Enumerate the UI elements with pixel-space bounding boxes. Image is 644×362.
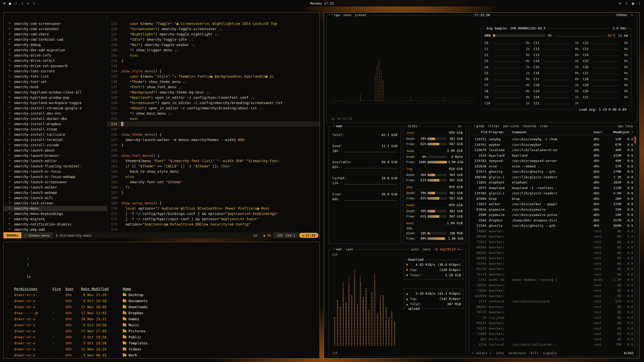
file-list-item[interactable]: * omarchy-menu-keybindings (4, 211, 107, 216)
filter-button[interactable]: filter (488, 124, 500, 128)
process-row[interactable]: 110670 localsea /usr/lib/localsearch-ex … (471, 147, 633, 153)
tree-toggle[interactable]: tree (540, 124, 548, 128)
process-row[interactable]: 1916 Hyprland Hyprland dhh 423M 0.0 (471, 153, 633, 158)
code-line[interactable]: 167 } (107, 190, 319, 195)
process-row[interactable]: 2544 dropbox /home/dhh/.dropbox-dist dhh… (471, 218, 633, 223)
process-scrollbar[interactable] (634, 137, 636, 349)
file-list-item[interactable]: * omarchy-cmd-share (4, 32, 107, 37)
file-list-item[interactable]: * omarchy-install-terminal (4, 137, 107, 143)
process-row[interactable]: 63816 pipewire /usr/bin/pipewire dhh 25M… (471, 207, 633, 212)
file-list-item[interactable]: * omarchy-launch-about (4, 148, 107, 153)
rate-increase-button[interactable]: + (631, 13, 633, 17)
process-row[interactable]: 74733 kworker/ root 0B 0.0 (471, 272, 633, 277)
code-line[interactable]: 168 (107, 195, 319, 201)
code-line[interactable]: 141 esac (107, 53, 319, 58)
code-line[interactable]: 166 fi (107, 185, 319, 190)
file-list-item[interactable]: * omarchy-install-vscode (4, 143, 107, 148)
process-row[interactable]: 68586 kworker/ root 0B 0.0 (471, 245, 633, 250)
preset-button[interactable]: preset (355, 13, 367, 17)
file-list-item[interactable]: * omarchy-launch-or-focus-webapp (4, 174, 107, 179)
file-list-item[interactable]: * omarchy-hyprland-workspace-toggle (4, 100, 107, 106)
file-list-item[interactable]: * omarchy-pkg-add (4, 227, 107, 232)
file-list-item[interactable]: * omarchy-drive-select (4, 58, 107, 63)
file-list-item[interactable]: * omarchy-cmd-terminal-cwd (4, 37, 107, 42)
code-line[interactable]: 137 *Nightlight*) omarchy-toggle-nightli… (107, 32, 319, 37)
code-line[interactable]: 171 [ -f ~/.config/hypr/bindings.conf ] … (107, 211, 319, 216)
file-list-item[interactable]: * omarchy-launch-browser (4, 153, 107, 158)
code-line[interactable]: 164 else (107, 174, 319, 179)
code-line[interactable]: 146 *Theme*) show_theme_menu ;; (107, 79, 319, 84)
file-list-item[interactable]: * omarchy-install-tailscale (4, 132, 107, 137)
code-buffer[interactable]: 135 case $(menu "Toggle" "▣ Screensaver\… (107, 13, 319, 232)
file-list-item[interactable]: * omarchy-launch-wifi (4, 195, 107, 201)
file-list-item[interactable]: * omarchy-launch-editor (4, 158, 107, 164)
bluetooth-icon[interactable]: ᛒ (626, 2, 628, 5)
code-line[interactable]: 144 show_style_menu() { (107, 69, 319, 74)
col-user[interactable]: User: (593, 129, 607, 135)
file-list-item[interactable]: * omarchy-cmd-screenshot (4, 26, 107, 32)
code-line[interactable]: 165 omarchy-font-set "$theme" (107, 179, 319, 185)
menu-button[interactable]: menu (343, 13, 351, 17)
process-row[interactable]: 16 rcu_pree root 0B 0.0 (471, 315, 633, 321)
code-line[interactable]: 147 *Font*) show_font_menu ;; (107, 84, 319, 90)
file-list-item[interactable]: * omarchy-launch-floating-terminal- (4, 164, 107, 169)
col-pid[interactable]: Pid: (471, 129, 489, 135)
file-list-item[interactable]: * omarchy-migrate (4, 216, 107, 222)
col-mem[interactable]: MemB (607, 129, 621, 135)
workspace-button[interactable]: ■ (9, 2, 11, 5)
per-core-toggle[interactable]: per-core (503, 124, 519, 128)
select-hint[interactable]: ↑ select ↓ (472, 351, 491, 356)
process-row[interactable]: 110783 swayosd- /usr/bin/swayosd-server … (471, 158, 633, 164)
code-line[interactable]: 158 } (107, 143, 319, 148)
code-line[interactable]: 162 if [[ "$theme" == "CNCLD" || -z "$th… (107, 164, 319, 169)
workspace-button[interactable]: 5 (33, 2, 35, 5)
sync-button[interactable]: sync (345, 247, 353, 251)
file-list-item[interactable]: * omarchy-notification-dismiss (4, 222, 107, 227)
process-row[interactable]: 71835 elephant elephant dhh 385M 0.0 (471, 180, 633, 185)
process-row[interactable]: 68402 kworker/ root 0B 0.0 (471, 304, 633, 310)
file-list-item[interactable]: * omarchy-install-dev-env (4, 111, 107, 116)
io-tab[interactable]: io (457, 124, 461, 128)
btop-window[interactable]: ¹ cpu menu preset 17:33:28 - 2000ms + (324, 12, 640, 358)
code-line[interactable]: 150 *Screensaver*) open_in_editor ~/.con… (107, 100, 319, 106)
process-row[interactable]: 1275 containe /usr/bin/containerd root 5… (471, 299, 633, 304)
process-row[interactable]: 94540 kworker/ root 0B 0.0 (471, 234, 633, 239)
col-cpu[interactable]: Cpu% ↑ (621, 129, 633, 135)
code-line[interactable]: 138 *Idle*) omarchy-toggle-idle ;; (107, 37, 319, 42)
file-list-item[interactable]: * omarchy-font-current (4, 69, 107, 74)
file-list-item[interactable]: * omarchy-launch-webapp (4, 190, 107, 195)
process-row[interactable]: 73656 kworker/ root 0B 0.0 (471, 288, 633, 293)
file-list-item[interactable]: * omarchy-drive-info (4, 53, 107, 58)
code-line[interactable]: 154 } (107, 121, 319, 127)
code-line[interactable]: 155 (107, 127, 319, 132)
process-row[interactable]: 74869 kworker/ root 0B 0.0 (471, 229, 633, 234)
code-line[interactable]: 159 (107, 148, 319, 153)
file-list-item[interactable]: * omarchy-hyprland-window-pop (4, 95, 107, 100)
auto-button[interactable]: auto (411, 247, 419, 251)
process-row[interactable]: 110785 glycin-i /usr/lib/glycin-loaders … (471, 191, 633, 196)
code-line[interactable]: 163 back_to show_style_menu (107, 169, 319, 174)
file-list-item[interactable]: * omarchy-lock-screen (4, 201, 107, 206)
file-list-item[interactable]: * omarchy-hook (4, 84, 107, 90)
code-line[interactable]: 160 show_font_menu() { (107, 153, 319, 158)
file-list-item[interactable]: * omarchy-font-list (4, 74, 107, 79)
code-line[interactable]: 157 omarchy-launch-walker -m menus:omarc… (107, 137, 319, 143)
file-list-item[interactable]: * omarchy-font-set (4, 79, 107, 84)
zero-button[interactable]: zero (422, 247, 430, 251)
code-line[interactable]: 172 [ -f ~/.config/hypr/input.conf ] && … (107, 216, 319, 222)
network-icon[interactable]: ⇄ (619, 2, 621, 5)
process-row[interactable]: 1162 avahi-da avahi-daemon: running [ av… (471, 277, 633, 283)
neovim-window[interactable]: * omarchy-cmd-screensaver * omarchy-cmd-… (3, 12, 320, 238)
file-list-item[interactable]: * omarchy-install-dropbox (4, 121, 107, 127)
workspace-button[interactable]: 2 (15, 2, 17, 5)
process-row[interactable]: 71837 walker /usr/bin/walker --gappl dhh… (471, 201, 633, 207)
file-list-item[interactable]: * omarchy-hyprland-window-close-all (4, 90, 107, 95)
file-list-item[interactable]: * omarchy-install-docker-dbs (4, 116, 107, 121)
process-row[interactable]: 79032 kworker/ root 0B 0.0 (471, 283, 633, 288)
workspace-button[interactable]: 4 (27, 2, 29, 5)
stats-icon[interactable]: ▦ (632, 2, 634, 5)
interface-switcher[interactable]: ←b enp191s0 n→ (434, 247, 461, 251)
file-list-item[interactable]: * omarchy-launch-screensaver (4, 179, 107, 185)
process-row[interactable]: 95673 kworker/ root 0B 0.0 (471, 320, 633, 326)
process-row[interactable]: 2075 Xwayland Xwayland :1 -rootless - dh… (471, 185, 633, 191)
